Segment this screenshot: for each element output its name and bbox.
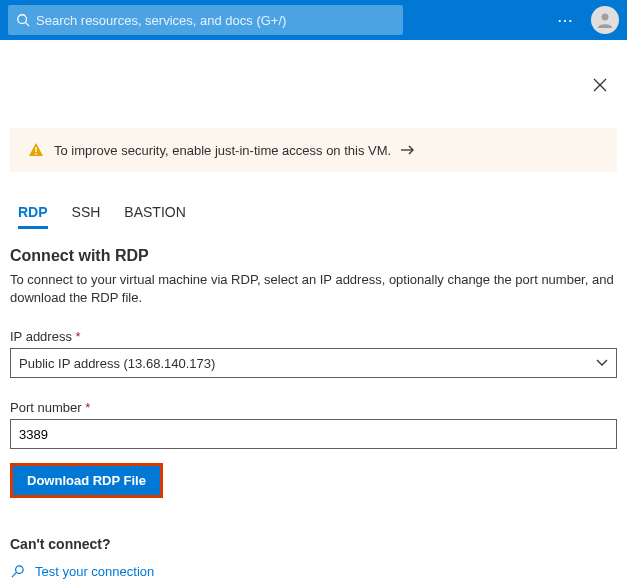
close-button[interactable] bbox=[593, 78, 607, 95]
svg-rect-5 bbox=[35, 147, 36, 152]
search-icon bbox=[16, 13, 30, 27]
ip-select[interactable]: Public IP address (13.68.140.173) bbox=[10, 348, 617, 378]
connection-tabs: RDP SSH BASTION bbox=[10, 204, 617, 229]
search-input[interactable] bbox=[36, 13, 395, 28]
avatar[interactable] bbox=[591, 6, 619, 34]
tab-rdp[interactable]: RDP bbox=[18, 204, 48, 229]
port-input[interactable] bbox=[10, 419, 617, 449]
ip-label: IP address * bbox=[10, 329, 617, 344]
arrow-right-icon bbox=[401, 145, 415, 155]
tab-ssh[interactable]: SSH bbox=[72, 204, 101, 229]
tab-bastion[interactable]: BASTION bbox=[124, 204, 185, 229]
test-connection-link[interactable]: Test your connection bbox=[10, 564, 617, 579]
close-icon bbox=[593, 78, 607, 92]
svg-rect-6 bbox=[35, 153, 36, 155]
svg-point-0 bbox=[18, 15, 27, 24]
page-title: Connect with RDP bbox=[10, 247, 617, 265]
content-panel: To improve security, enable just-in-time… bbox=[0, 40, 627, 581]
page-description: To connect to your virtual machine via R… bbox=[10, 271, 617, 307]
svg-line-1 bbox=[26, 23, 30, 27]
cant-connect-heading: Can't connect? bbox=[10, 536, 617, 552]
svg-line-9 bbox=[12, 573, 17, 578]
svg-point-8 bbox=[16, 566, 24, 574]
svg-point-2 bbox=[602, 14, 609, 21]
ip-select-value: Public IP address (13.68.140.173) bbox=[19, 356, 215, 371]
diagnostic-icon bbox=[10, 564, 25, 579]
port-label: Port number * bbox=[10, 400, 617, 415]
test-connection-text: Test your connection bbox=[35, 564, 154, 579]
warning-icon bbox=[28, 142, 44, 158]
banner-text: To improve security, enable just-in-time… bbox=[54, 143, 391, 158]
search-container[interactable] bbox=[8, 5, 403, 35]
more-icon[interactable]: ⋯ bbox=[557, 11, 575, 30]
top-bar: ⋯ bbox=[0, 0, 627, 40]
person-icon bbox=[595, 10, 615, 30]
chevron-down-icon bbox=[596, 359, 608, 367]
download-highlight: Download RDP File bbox=[10, 463, 163, 498]
download-rdp-button[interactable]: Download RDP File bbox=[13, 466, 160, 495]
security-banner[interactable]: To improve security, enable just-in-time… bbox=[10, 128, 617, 172]
